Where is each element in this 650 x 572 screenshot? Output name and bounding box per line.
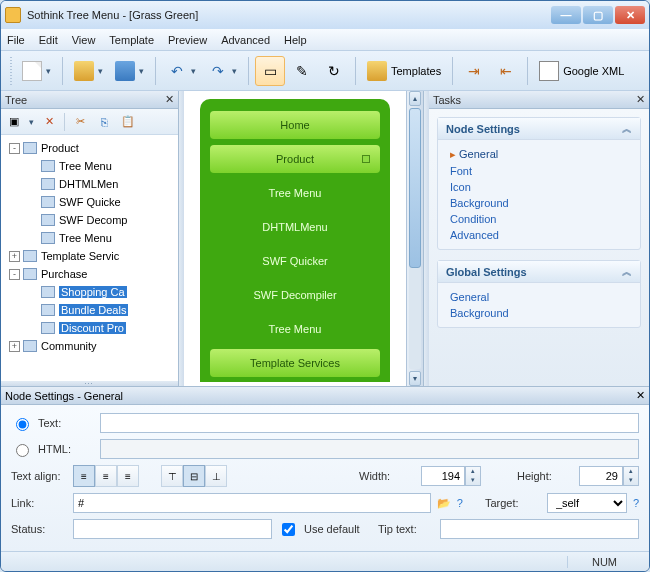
undo-button[interactable]: ↶▾ xyxy=(162,56,201,86)
usedefault-label: Use default xyxy=(304,523,360,535)
tree-node[interactable]: +Template Servic xyxy=(3,247,176,265)
tree-node[interactable]: Tree Menu xyxy=(3,229,176,247)
tree-node[interactable]: Shopping Ca xyxy=(3,283,176,301)
status-input[interactable] xyxy=(73,519,272,539)
preview-item[interactable]: Tree Menu xyxy=(210,315,380,343)
tree-node[interactable]: Bundle Deals xyxy=(3,301,176,319)
save-button[interactable]: ▾ xyxy=(110,56,149,86)
tree-close-icon[interactable]: ✕ xyxy=(165,93,174,106)
valign-top-button[interactable]: ⊤ xyxy=(161,465,183,487)
browse-icon[interactable]: 📂 xyxy=(437,497,451,510)
target-label: Target: xyxy=(485,497,541,509)
width-spinner[interactable]: ▴▾ xyxy=(465,466,481,486)
preview-item[interactable]: SWF Decompiler xyxy=(210,281,380,309)
export-button2[interactable]: ⇤ xyxy=(491,56,521,86)
preview-item[interactable]: SWF Quicker xyxy=(210,247,380,275)
help-icon[interactable]: ? xyxy=(457,497,463,509)
maximize-button[interactable]: ▢ xyxy=(583,6,613,24)
cut-icon[interactable]: ✂ xyxy=(71,113,89,131)
templates-button[interactable]: Templates xyxy=(362,56,446,86)
help-icon-2[interactable]: ? xyxy=(633,497,639,509)
menu-template[interactable]: Template xyxy=(109,34,154,46)
preview-scrollbar[interactable]: ▴ ▾ xyxy=(406,91,423,386)
text-input[interactable] xyxy=(100,413,639,433)
height-input[interactable] xyxy=(579,466,623,486)
layout-toggle-button[interactable]: ▭ xyxy=(255,56,285,86)
menu-preview[interactable]: Preview xyxy=(168,34,207,46)
text-radio[interactable] xyxy=(16,418,29,431)
minimize-button[interactable]: — xyxy=(551,6,581,24)
width-input[interactable] xyxy=(421,466,465,486)
tree-panel: Tree✕ ▣▾ ✕ ✂ ⎘ 📋 -ProductTree MenuDHTMLM… xyxy=(1,91,179,386)
task-link[interactable]: Background xyxy=(450,195,628,211)
task-link[interactable]: Advanced xyxy=(450,227,628,243)
usedefault-checkbox[interactable] xyxy=(282,523,295,536)
toolbar: ▾ ▾ ▾ ↶▾ ↷▾ ▭ ✎ ↻ Templates ⇥ ⇤ Google X… xyxy=(1,51,649,91)
tree-body[interactable]: -ProductTree MenuDHTMLMenSWF QuickeSWF D… xyxy=(1,135,178,381)
status-label: Status: xyxy=(11,523,67,535)
new-icon xyxy=(22,61,42,81)
menu-file[interactable]: File xyxy=(7,34,25,46)
task-link[interactable]: Condition xyxy=(450,211,628,227)
tiptext-label: Tip text: xyxy=(378,523,434,535)
new-button[interactable]: ▾ xyxy=(17,56,56,86)
link-input[interactable] xyxy=(73,493,431,513)
chevron-up-icon: ︽ xyxy=(622,122,632,136)
close-button[interactable]: ✕ xyxy=(615,6,645,24)
align-center-button[interactable]: ≡ xyxy=(95,465,117,487)
open-button[interactable]: ▾ xyxy=(69,56,108,86)
task-link[interactable]: General xyxy=(450,146,628,163)
preview-item[interactable]: Home xyxy=(210,111,380,139)
tasks-panel: Tasks✕ Node Settings︽ GeneralFontIconBac… xyxy=(429,91,649,386)
copy-icon[interactable]: ⎘ xyxy=(95,113,113,131)
edit-node-button[interactable]: ✎ xyxy=(287,56,317,86)
html-radio[interactable] xyxy=(16,444,29,457)
tree-node[interactable]: Tree Menu xyxy=(3,157,176,175)
preview-item[interactable]: Product xyxy=(210,145,380,173)
task-link[interactable]: Background xyxy=(450,305,628,321)
open-icon xyxy=(74,61,94,81)
googlexml-label: Google XML xyxy=(563,65,624,77)
preview-item[interactable]: Tree Menu xyxy=(210,179,380,207)
task-link[interactable]: General xyxy=(450,289,628,305)
menu-advanced[interactable]: Advanced xyxy=(221,34,270,46)
align-left-button[interactable]: ≡ xyxy=(73,465,95,487)
valign-bottom-button[interactable]: ⊥ xyxy=(205,465,227,487)
task-link[interactable]: Font xyxy=(450,163,628,179)
menubar: File Edit View Template Preview Advanced… xyxy=(1,29,649,51)
html-input[interactable] xyxy=(100,439,639,459)
valign-mid-button[interactable]: ⊟ xyxy=(183,465,205,487)
target-select[interactable]: _self xyxy=(547,493,627,513)
tasks-close-icon[interactable]: ✕ xyxy=(636,93,645,106)
tree-node[interactable]: Discount Pro xyxy=(3,319,176,337)
paste-icon[interactable]: 📋 xyxy=(119,113,137,131)
global-settings-header[interactable]: Global Settings︽ xyxy=(438,261,640,283)
titlebar: Sothink Tree Menu - [Grass Green] — ▢ ✕ xyxy=(1,1,649,29)
tree-node[interactable]: SWF Quicke xyxy=(3,193,176,211)
align-right-button[interactable]: ≡ xyxy=(117,465,139,487)
tree-node[interactable]: SWF Decomp xyxy=(3,211,176,229)
node-settings-header[interactable]: Node Settings︽ xyxy=(438,118,640,140)
export-button1[interactable]: ⇥ xyxy=(459,56,489,86)
tree-node[interactable]: DHTMLMen xyxy=(3,175,176,193)
menu-help[interactable]: Help xyxy=(284,34,307,46)
tree-node[interactable]: -Purchase xyxy=(3,265,176,283)
googlexml-button[interactable]: Google XML xyxy=(534,56,629,86)
preview-item[interactable]: DHTMLMenu xyxy=(210,213,380,241)
menu-preview: HomeProductTree MenuDHTMLMenuSWF Quicker… xyxy=(200,99,390,382)
menu-view[interactable]: View xyxy=(72,34,96,46)
height-spinner[interactable]: ▴▾ xyxy=(623,466,639,486)
node-settings-close-icon[interactable]: ✕ xyxy=(636,389,645,402)
preview-item[interactable]: Template Services xyxy=(210,349,380,377)
task-link[interactable]: Icon xyxy=(450,179,628,195)
refresh-button[interactable]: ↻ xyxy=(319,56,349,86)
delete-icon[interactable]: ✕ xyxy=(40,113,58,131)
node-settings-panel-title: Node Settings - General xyxy=(5,390,123,402)
menu-edit[interactable]: Edit xyxy=(39,34,58,46)
undo-icon: ↶ xyxy=(167,61,187,81)
tree-collapse-icon[interactable]: ▣ xyxy=(5,113,23,131)
tiptext-input[interactable] xyxy=(440,519,639,539)
tree-node[interactable]: -Product xyxy=(3,139,176,157)
tree-node[interactable]: +Community xyxy=(3,337,176,355)
redo-button[interactable]: ↷▾ xyxy=(203,56,242,86)
